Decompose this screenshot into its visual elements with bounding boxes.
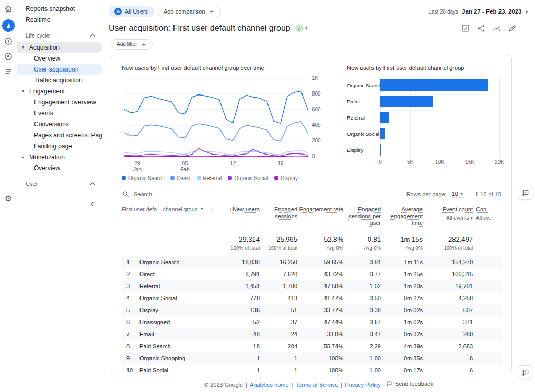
column-header-engagement-rate[interactable]: Engagement rate xyxy=(297,206,343,213)
app-rail: ⚙ xyxy=(0,0,17,392)
share-icon[interactable] xyxy=(476,23,486,33)
bar[interactable] xyxy=(380,112,389,123)
nav-acquisition[interactable]: ▾Acquisition xyxy=(17,42,102,53)
nav-label: Acquisition xyxy=(29,44,60,51)
nav-realtime[interactable]: Realtime xyxy=(17,14,102,25)
collapse-nav-button[interactable]: ‹ xyxy=(17,198,102,208)
chevron-down-icon[interactable]: ▾ xyxy=(305,26,308,31)
nav-section-user[interactable]: User xyxy=(17,177,102,190)
column-header-conversions[interactable]: Con...All ev... xyxy=(473,206,502,221)
search-icon xyxy=(122,190,130,198)
event-filter-select[interactable]: All events ▾ xyxy=(423,215,473,222)
chevron-down-icon: ▾ xyxy=(525,9,528,15)
bar-chart: Organic SearchDirectReferralOrganic Soci… xyxy=(347,77,501,167)
table-row[interactable]: 3Referral1,4511,78047.58%1.021m 20s19,70… xyxy=(122,280,502,292)
data-quality-check-icon[interactable]: ✓ xyxy=(295,24,304,32)
column-header-average-engagement-time[interactable]: Average engagement time xyxy=(381,206,423,227)
table-row[interactable]: 7Email482433.8%0.470m 32s280 xyxy=(122,328,502,340)
event-filter-select[interactable]: All ev... xyxy=(476,215,502,221)
legend-item[interactable]: Organic Social xyxy=(228,175,268,181)
metric-value: 47.58% xyxy=(297,283,343,289)
bar[interactable] xyxy=(380,79,488,91)
insights-icon[interactable] xyxy=(492,23,502,33)
nav-landing-page[interactable]: Landing page xyxy=(17,140,102,151)
title-bar: User acquisition: First user default cha… xyxy=(102,18,535,33)
column-header-engaged-sessions-per-user[interactable]: Engaged sessions per user xyxy=(343,206,381,227)
y-axis-tick: 1K xyxy=(312,75,319,81)
customize-report-icon[interactable] xyxy=(461,23,470,33)
rows-per-page-select[interactable]: 10▾ xyxy=(451,190,464,198)
nav-events[interactable]: Events xyxy=(17,108,102,118)
y-axis-tick: 0 xyxy=(312,153,315,159)
add-dimension-button[interactable]: ＋ xyxy=(208,206,215,216)
table-row[interactable]: 4Organic Social77841341.47%0.500m 27s4,2… xyxy=(122,292,502,304)
table-row[interactable]: 8Paid Search1820455.74%2.294m 39s2,683 xyxy=(122,340,502,352)
nav-user-acquisition[interactable]: User acquisition xyxy=(17,64,102,75)
nav-label: Overview xyxy=(34,164,60,172)
legend-label: Referral xyxy=(203,175,222,181)
analytics-app: ⚙ Reports snapshot Realtime Life cycle ▾… xyxy=(0,0,535,392)
admin-gear-icon[interactable]: ⚙ xyxy=(4,194,13,204)
chip-label: All Users xyxy=(125,8,148,15)
table-row[interactable]: 6Unassigned523747.44%0.671m 02s371 xyxy=(122,316,502,328)
legend-item[interactable]: Display xyxy=(274,175,298,181)
dimension-header[interactable]: First user defa... channel group ▾ ＋ xyxy=(122,206,222,216)
column-header-new-users[interactable]: ↓New users xyxy=(222,206,260,213)
home-icon[interactable] xyxy=(4,4,13,14)
search-input[interactable] xyxy=(134,191,249,197)
bar-track xyxy=(380,77,499,93)
table-row[interactable]: 5Display1365133.77%0.380m 02s607 xyxy=(122,304,502,316)
reports-icon[interactable] xyxy=(2,19,15,32)
bar[interactable] xyxy=(380,128,385,139)
metric-value: 48 xyxy=(222,331,260,337)
x-axis-tick: 05Feb xyxy=(180,161,189,172)
metric-value: 0m 02s xyxy=(381,307,423,313)
metric-value: 154,270 xyxy=(423,259,473,265)
add-comparison-button[interactable]: Add comparison＋ xyxy=(158,6,221,17)
nav-reports-snapshot[interactable]: Reports snapshot xyxy=(17,3,102,14)
bar-track xyxy=(380,110,499,126)
metric-value: 0.67 xyxy=(343,319,381,325)
table-row[interactable]: 2Direct8,7917,62043.72%0.771m 25s100,315 xyxy=(122,268,502,280)
feedback-tab-button[interactable] xyxy=(519,365,532,379)
nav-engagement-overview[interactable]: Engagement overview xyxy=(17,97,102,108)
metric-value: 18,038 xyxy=(222,259,260,265)
legend-item[interactable]: Organic Search xyxy=(122,175,164,181)
date-range-picker[interactable]: Last 28 days Jan 27 - Feb 23, 2023 ▾ xyxy=(428,8,528,15)
edit-icon[interactable] xyxy=(508,23,517,33)
nav-monetization-overview[interactable]: Overview xyxy=(17,162,102,173)
nav-engagement[interactable]: ▾Engagement xyxy=(17,86,102,97)
nav-section-life-cycle[interactable]: Life cycle xyxy=(17,29,102,42)
library-icon[interactable] xyxy=(4,67,13,76)
legend-item[interactable]: Direct xyxy=(170,175,190,181)
page-footer: © 2023 Google|Analytics home|Terms of Se… xyxy=(102,381,535,388)
metric-value: 2.29 xyxy=(343,343,381,349)
column-header-event-count[interactable]: Event countAll events ▾ xyxy=(423,206,473,222)
sort-descending-icon: ↓ xyxy=(229,207,232,212)
nav-pages-and-screens[interactable]: Pages and screens: Page ti... xyxy=(17,129,102,140)
add-filter-button[interactable]: Add filter＋ xyxy=(111,39,153,50)
table-row[interactable]: 1Organic Search18,03816,25059.65%0.841m … xyxy=(122,256,502,268)
nav-conversions[interactable]: Conversions xyxy=(17,118,102,129)
table-row[interactable]: 9Organic Shopping11100%1.000m 35s6 xyxy=(122,352,502,364)
bar[interactable] xyxy=(380,96,433,107)
explore-icon[interactable] xyxy=(4,37,13,46)
row-index: 3 xyxy=(122,283,139,289)
all-users-chip[interactable]: A All Users xyxy=(109,6,154,17)
feedback-tab-button[interactable] xyxy=(519,186,532,200)
column-header-engaged-sessions[interactable]: Engaged sessions xyxy=(260,206,297,220)
bar-category-label: Organic Social xyxy=(347,131,380,137)
x-axis-tick: 0 xyxy=(379,159,382,165)
analytics-home-link[interactable]: Analytics home xyxy=(250,382,289,388)
legend-item[interactable]: Referral xyxy=(197,175,222,181)
bar[interactable] xyxy=(380,144,381,156)
nav-acquisition-overview[interactable]: Overview xyxy=(17,53,102,64)
send-feedback-link[interactable]: Send feedback xyxy=(386,381,433,387)
nav-traffic-acquisition[interactable]: Traffic acquisition xyxy=(17,75,102,86)
line-chart[interactable]: 1K 800 600 400 200 0 xyxy=(122,75,327,160)
table-row[interactable]: 10Paid Social11100%1.000m 17s6 xyxy=(122,364,502,372)
nav-monetization[interactable]: ▸Monetization xyxy=(17,151,102,162)
advertising-icon[interactable] xyxy=(4,52,13,61)
terms-of-service-link[interactable]: Terms of Service xyxy=(295,382,338,388)
privacy-policy-link[interactable]: Privacy Policy xyxy=(345,382,380,388)
